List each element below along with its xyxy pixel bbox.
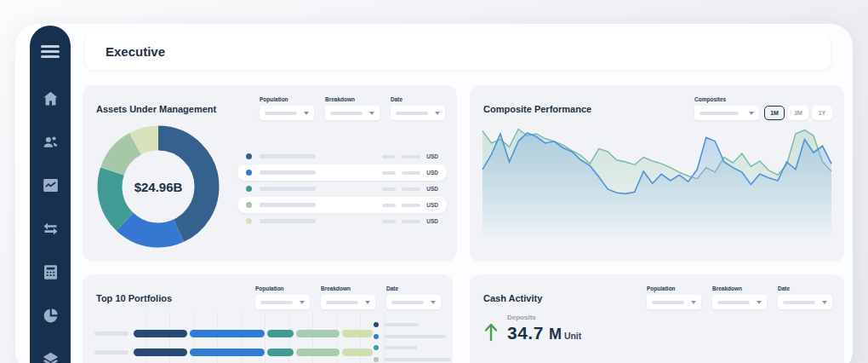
layers-icon [42, 350, 60, 363]
aum-legend-row[interactable]: USD [237, 213, 447, 229]
placeholder-bar [402, 204, 420, 207]
aum-legend-row[interactable]: USD [237, 164, 447, 181]
select-placeholder [783, 301, 815, 304]
currency-label: USD [426, 170, 438, 176]
top10-row[interactable] [94, 324, 392, 343]
placeholder-bar [94, 350, 128, 354]
chevron-down-icon [435, 112, 440, 115]
bar-segment [267, 330, 294, 337]
users-icon [42, 133, 60, 151]
calculator-icon [42, 263, 60, 281]
cash-breakdown-select[interactable] [712, 295, 767, 309]
page-header: Executive [85, 32, 831, 70]
top10-legend-row [374, 345, 451, 350]
sidebar [30, 26, 71, 363]
legend-dot [374, 345, 379, 350]
cash-card-title: Cash Activity [483, 285, 542, 309]
sidebar-item-performance[interactable] [40, 175, 60, 195]
select-placeholder [391, 301, 424, 304]
chevron-down-icon [431, 301, 436, 304]
composites-select[interactable] [694, 106, 759, 120]
menu-icon[interactable] [41, 43, 60, 60]
cash-population-select[interactable] [647, 295, 701, 309]
date-filter-label: Date [778, 285, 832, 291]
composite-line-chart [480, 119, 834, 249]
deposits-label: Deposits [507, 314, 581, 321]
chevron-down-icon [369, 112, 374, 115]
range-toggle: 1M 3M 1Y [764, 106, 832, 120]
legend-dot [246, 218, 252, 224]
aum-breakdown-select[interactable] [325, 106, 380, 120]
bar-segment [267, 349, 294, 356]
select-placeholder [265, 112, 297, 115]
bar-segment [134, 330, 187, 337]
chevron-down-icon [365, 301, 370, 304]
sidebar-item-accounting[interactable] [40, 262, 60, 282]
placeholder-bar [402, 187, 420, 191]
card-cash-activity: Cash Activity Population Breakdown Date … [470, 274, 844, 363]
chevron-down-icon [300, 301, 305, 304]
legend-dot [246, 153, 252, 159]
breakdown-filter-label: Breakdown [712, 285, 767, 291]
placeholder-bar [260, 219, 316, 223]
currency-label: USD [426, 186, 438, 192]
sidebar-item-home[interactable] [40, 88, 60, 108]
select-placeholder [326, 301, 358, 304]
aum-legend-row[interactable]: USD [237, 197, 447, 213]
blue-series-area [483, 133, 831, 239]
aum-date-select[interactable] [391, 106, 445, 120]
composites-filter-label: Composites [694, 96, 832, 102]
card-assets-under-management: Assets Under Management Population Break… [83, 85, 457, 262]
sidebar-item-transactions[interactable] [40, 218, 60, 239]
top10-legend-row [374, 322, 451, 327]
chevron-down-icon [822, 301, 827, 304]
placeholder-bar [385, 346, 417, 349]
top10-row[interactable] [94, 343, 392, 361]
sidebar-item-allocation[interactable] [40, 305, 60, 326]
placeholder-bar [382, 171, 396, 175]
performance-chart-icon [42, 176, 60, 194]
deposits-unit-prefix: M [549, 326, 562, 343]
range-button-1m[interactable]: 1M [764, 106, 785, 120]
legend-dot [246, 170, 252, 176]
placeholder-bar [385, 358, 451, 361]
top10-breakdown-select[interactable] [321, 295, 375, 309]
arrow-up-icon [483, 322, 499, 343]
bar-segment [296, 349, 340, 356]
placeholder-bar [382, 220, 396, 223]
placeholder-bar [385, 335, 446, 338]
cash-date-select[interactable] [778, 295, 832, 309]
top10-date-select[interactable] [386, 295, 441, 309]
chevron-down-icon [749, 112, 754, 115]
placeholder-bar [382, 155, 396, 158]
currency-label: USD [426, 218, 438, 224]
range-button-1y[interactable]: 1Y [812, 106, 832, 120]
select-placeholder [700, 112, 739, 115]
placeholder-bar [385, 323, 419, 326]
sidebar-item-clients[interactable] [40, 131, 60, 152]
aum-population-select[interactable] [260, 106, 314, 120]
chevron-down-icon [757, 301, 762, 304]
deposits-metric: Deposits 34.7 M Unit [483, 314, 581, 343]
aum-legend-row[interactable]: USD [237, 148, 447, 164]
page-title: Executive [85, 44, 165, 59]
legend-dot [374, 357, 379, 362]
population-filter-label: Population [260, 96, 314, 102]
top10-population-select[interactable] [255, 295, 310, 309]
chevron-down-icon [691, 301, 696, 304]
range-button-3m[interactable]: 3M [788, 106, 808, 120]
sidebar-item-holdings[interactable] [40, 349, 60, 363]
placeholder-bar [382, 204, 396, 207]
top10-legend-row [374, 357, 451, 362]
select-placeholder [260, 301, 293, 304]
card-top10-portfolios: Top 10 Portfolios Population Breakdown D… [83, 274, 453, 363]
bar-segment [342, 349, 373, 356]
bar-segment [342, 330, 373, 337]
select-placeholder [652, 301, 684, 304]
placeholder-bar [382, 187, 396, 191]
placeholder-bar [94, 331, 128, 336]
aum-legend-row[interactable]: USD [237, 181, 447, 197]
chevron-down-icon [304, 112, 309, 115]
top10-legend [374, 322, 451, 363]
currency-label: USD [426, 202, 438, 208]
